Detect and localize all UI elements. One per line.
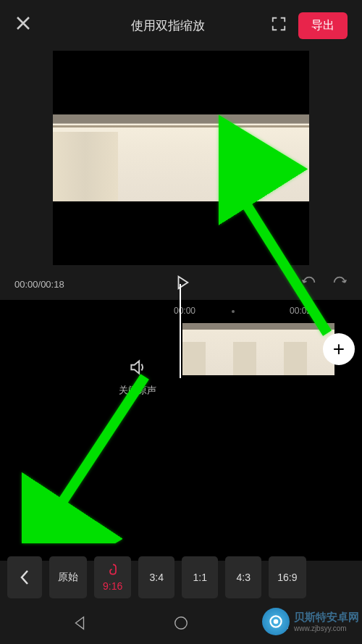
ratio-3-4-button[interactable]: 3:4 — [138, 556, 174, 598]
timeline-section: 00:00 00:02 关闭原声 + — [0, 300, 362, 561]
undo-button[interactable] — [301, 275, 317, 293]
undo-icon — [301, 275, 317, 290]
clip-frame — [233, 323, 284, 375]
pinch-hint-text: 使用双指缩放 — [65, 17, 271, 34]
close-icon — [14, 14, 32, 32]
ratio-9-16-button[interactable]: 9:16 — [94, 556, 131, 598]
fullscreen-button[interactable] — [271, 16, 287, 35]
ratio-back-button[interactable] — [7, 556, 42, 598]
export-button[interactable]: 导出 — [298, 12, 348, 39]
watermark: 贝斯特安卓网 www.zjbsyy.com — [262, 608, 359, 635]
preview-frame — [53, 114, 309, 201]
play-icon — [174, 275, 190, 290]
play-button[interactable] — [174, 275, 190, 293]
android-home-button[interactable] — [173, 615, 189, 634]
ratio-1-1-button[interactable]: 1:1 — [182, 556, 218, 598]
svg-point-0 — [175, 617, 188, 630]
ratio-4-3-button[interactable]: 4:3 — [225, 556, 261, 598]
playhead[interactable] — [180, 284, 181, 378]
ratio-label: 3:4 — [150, 572, 164, 583]
aspect-ratio-toolbar: 原始 9:16 3:4 1:1 4:3 16:9 — [0, 553, 362, 602]
svg-point-3 — [274, 619, 279, 624]
ratio-original-button[interactable]: 原始 — [49, 556, 87, 598]
tick-label: 00:02 — [290, 306, 311, 323]
ratio-label: 原始 — [58, 571, 78, 584]
watermark-logo-icon — [262, 608, 290, 635]
redo-button[interactable] — [332, 275, 348, 293]
circle-home-icon — [173, 615, 189, 631]
ratio-label: 9:16 — [103, 580, 122, 592]
expand-icon — [271, 16, 287, 32]
watermark-title: 贝斯特安卓网 — [294, 611, 359, 624]
chevron-left-icon — [20, 569, 30, 585]
mute-label: 关闭原声 — [101, 384, 174, 397]
ratio-label: 16:9 — [277, 572, 297, 583]
clip-frame — [182, 323, 233, 375]
ratio-label: 4:3 — [237, 572, 251, 583]
video-preview[interactable] — [53, 51, 309, 265]
triangle-back-icon — [72, 615, 88, 631]
redo-icon — [332, 275, 348, 290]
add-clip-button[interactable]: + — [323, 333, 355, 365]
mute-original-sound-button[interactable]: 关闭原声 — [101, 358, 174, 397]
speaker-icon — [128, 358, 147, 377]
tick-label: 00:00 — [174, 306, 195, 323]
ratio-label: 1:1 — [193, 572, 207, 583]
timeline-ruler: 00:00 00:02 — [0, 306, 362, 323]
time-display: 00:00/00:18 — [14, 279, 64, 290]
android-back-button[interactable] — [72, 615, 88, 634]
douyin-icon — [107, 564, 119, 577]
video-clip-track[interactable] — [182, 323, 334, 375]
close-button[interactable] — [14, 14, 36, 37]
watermark-url: www.zjbsyy.com — [294, 624, 359, 632]
ratio-16-9-button[interactable]: 16:9 — [269, 556, 306, 598]
